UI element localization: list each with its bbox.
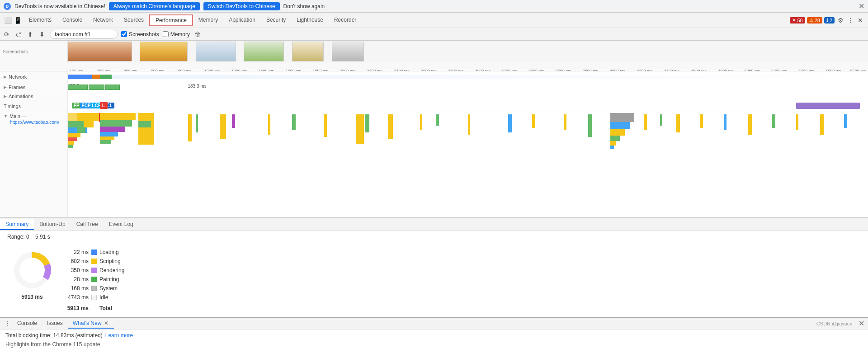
summary-row-scripting: 602 ms Scripting — [61, 257, 861, 266]
close-devtools-icon[interactable]: ✕ — [856, 16, 864, 24]
error-count-badge[interactable]: ✕ 58 — [790, 17, 805, 24]
more-options-icon[interactable]: ⋮ — [846, 16, 854, 24]
tab-call-tree[interactable]: Call Tree — [71, 219, 104, 230]
reload-icon[interactable]: ⟳ — [3, 30, 11, 38]
idle-color — [91, 295, 97, 300]
import-icon[interactable]: ⬆ — [26, 30, 34, 38]
whats-new-close-button[interactable]: ✕ — [103, 320, 109, 326]
flame-bar-10 — [324, 114, 327, 137]
system-label: System — [99, 285, 118, 292]
memory-checkbox[interactable] — [163, 31, 169, 37]
timings-track-row: Timings FP FCP LCP DCL L — [0, 100, 868, 112]
flame-bar-11 — [356, 114, 364, 144]
flame-bar-21 — [644, 114, 647, 130]
summary-row-rendering: 350 ms Rendering — [61, 266, 861, 275]
screenshots-track-content — [68, 41, 868, 63]
learn-more-link[interactable]: Learn more — [105, 332, 133, 339]
animations-expand-arrow[interactable]: ▶ — [4, 94, 7, 99]
drawer-close-button[interactable]: ✕ — [859, 319, 864, 328]
drawer-tab-issues[interactable]: Issues — [42, 319, 67, 329]
notification-bar: D DevTools is now available in Chinese! … — [0, 0, 868, 13]
net-bar-1 — [68, 75, 92, 79]
performance-timeline: Screenshots 100 ms 299 ms 499 ms 699 ms … — [0, 41, 868, 217]
info-icon: ℹ — [826, 18, 828, 23]
console-drawer-tabs: ⋮ Console Issues What's New ✕ CSDN @jiay… — [0, 318, 868, 329]
flame-bar-23 — [676, 114, 680, 132]
drawer-tab-console[interactable]: Console — [13, 319, 42, 329]
flame-bar-24 — [700, 114, 703, 128]
tab-event-log[interactable]: Event Log — [104, 219, 139, 230]
flame-bar-25 — [724, 114, 726, 130]
painting-label: Painting — [99, 276, 119, 282]
animations-track-label: ▶ Animations — [0, 92, 68, 100]
screenshot-thumb-3 — [196, 42, 236, 61]
rendering-label: Rendering — [99, 267, 124, 273]
notification-message: DevTools is now available in Chinese! — [14, 3, 105, 9]
clear-icon[interactable]: ⭯ — [14, 30, 23, 38]
trash-icon[interactable]: 🗑 — [193, 30, 202, 38]
tab-application[interactable]: Application — [223, 15, 261, 26]
device-icon[interactable]: 📱 — [14, 16, 22, 24]
rendering-ms: 350 ms — [61, 267, 89, 273]
notification-close[interactable]: ✕ — [859, 2, 864, 10]
warning-count-badge[interactable]: ⚠ 28 — [807, 17, 822, 24]
tab-recorder[interactable]: Recorder — [329, 15, 362, 26]
devtools-icon: D — [4, 3, 11, 10]
tab-security[interactable]: Security — [261, 15, 291, 26]
btn-switch-language[interactable]: Switch DevTools to Chinese — [203, 2, 280, 10]
screenshots-checkbox-label[interactable]: Screenshots — [121, 31, 159, 38]
summary-data: 22 ms Loading 602 ms Scripting 350 ms Re… — [57, 248, 861, 313]
scripting-label: Scripting — [99, 258, 121, 264]
system-ms: 168 ms — [61, 285, 89, 292]
net-bar-3 — [100, 75, 112, 79]
timings-track-content: FP FCP LCP DCL L — [68, 100, 868, 112]
frame-block-2 — [89, 85, 104, 90]
network-expand-arrow[interactable]: ▶ — [4, 75, 7, 79]
tab-network[interactable]: Network — [88, 15, 118, 26]
console-drawer: ⋮ Console Issues What's New ✕ CSDN @jiay… — [0, 317, 868, 353]
total-ms-value: 5913 ms — [61, 305, 89, 311]
timeline-ruler: 100 ms 299 ms 499 ms 699 ms 899 ms 1099 … — [0, 63, 868, 71]
summary-row-idle: 4743 ms Idle — [61, 293, 861, 302]
info-count-badge[interactable]: ℹ 2 — [824, 17, 835, 24]
main-toolbar: ⬜ 📱 Elements Console Network Sources Per… — [0, 13, 868, 28]
frames-expand-arrow[interactable]: ▶ — [4, 85, 7, 89]
frames-track-name-text: Frames — [9, 85, 25, 90]
summary-row-painting: 28 ms Painting — [61, 275, 861, 284]
screenshots-label: Screenshots — [129, 31, 159, 38]
tab-bottom-up[interactable]: Bottom-Up — [34, 219, 71, 230]
tab-elements[interactable]: Elements — [24, 15, 57, 26]
tab-sources[interactable]: Sources — [118, 15, 149, 26]
tab-console[interactable]: Console — [57, 15, 88, 26]
whats-new-label: What's New — [73, 320, 102, 326]
idle-ms: 4743 ms — [61, 294, 89, 301]
error-count: 58 — [797, 18, 802, 23]
drawer-menu-icon[interactable]: ⋮ — [4, 320, 12, 328]
memory-label: Memory — [170, 31, 190, 38]
tab-lighthouse[interactable]: Lighthouse — [291, 15, 329, 26]
inspect-icon[interactable]: ⬜ — [4, 16, 12, 24]
drawer-tab-whats-new[interactable]: What's New ✕ — [68, 319, 114, 329]
export-icon[interactable]: ⬇ — [38, 30, 46, 38]
tab-memory[interactable]: Memory — [193, 15, 223, 26]
flame-bar-9 — [292, 114, 296, 130]
tab-performance[interactable]: Performance — [149, 14, 193, 26]
frames-track-label: ▶ Frames — [0, 82, 68, 92]
summary-row-total: 5913 ms Total — [61, 303, 861, 313]
info-count: 2 — [830, 18, 832, 23]
tab-summary[interactable]: Summary — [0, 219, 34, 230]
flame-cluster-3 — [138, 113, 154, 145]
flame-bar-4 — [188, 114, 192, 141]
memory-checkbox-label[interactable]: Memory — [163, 31, 190, 38]
blocking-time-row: Total blocking time: 14.83ms (estimated)… — [5, 332, 863, 339]
flame-chart-area: ▶ Network ▶ Frames 150.0 ms — [0, 71, 868, 217]
network-track-content — [68, 71, 868, 82]
main-expand-arrow[interactable]: ▼ — [4, 114, 8, 118]
flame-bar-29 — [820, 114, 824, 135]
main-thread-name-text: Main — — [9, 113, 27, 119]
btn-match-language[interactable]: Always match Chrome's language — [109, 2, 200, 10]
screenshots-checkbox[interactable] — [121, 31, 127, 37]
settings-icon[interactable]: ⚙ — [836, 16, 844, 24]
dont-show-button[interactable]: Don't show again — [283, 3, 325, 9]
timings-track-label: Timings — [0, 100, 68, 112]
